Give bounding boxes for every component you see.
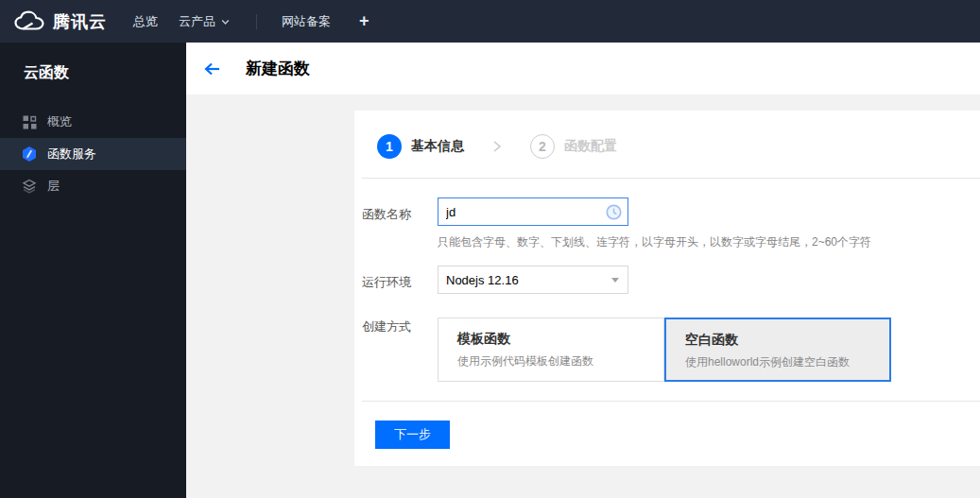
- sidebar-item-function-service[interactable]: 函数服务: [0, 138, 186, 170]
- grid-overview-icon: [21, 113, 38, 130]
- runtime-selected-value: Nodejs 12.16: [446, 273, 519, 287]
- function-hexagon-icon: [21, 146, 38, 163]
- sidebar-item-layers[interactable]: 层: [0, 170, 186, 202]
- method-card-title: 空白函数: [685, 332, 889, 349]
- runtime-label: 运行环境: [362, 274, 411, 291]
- step-indicator: 1 基本信息 2 函数配置: [377, 134, 617, 159]
- create-function-card: 1 基本信息 2 函数配置 函数名称 只能包含字母、数字、下划线、连字符，以字母…: [354, 111, 980, 466]
- page-title: 新建函数: [246, 58, 310, 79]
- steps-divider: [362, 178, 980, 179]
- step-2-label: 函数配置: [564, 138, 617, 155]
- page-header: 新建函数: [186, 43, 980, 94]
- top-nav: 总览 云产品 网站备案 +: [133, 11, 370, 31]
- topbar-divider: [256, 14, 257, 29]
- chevron-down-icon: [221, 19, 230, 26]
- footer-divider: [362, 401, 980, 402]
- sidebar-item-label: 层: [47, 178, 60, 195]
- nav-overview[interactable]: 总览: [133, 13, 158, 30]
- back-arrow-icon: [203, 61, 221, 77]
- add-tab-button[interactable]: +: [359, 11, 370, 31]
- dropdown-caret-icon: [611, 278, 619, 283]
- step-chevron-icon: [492, 140, 502, 153]
- content-area: 1 基本信息 2 函数配置 函数名称 只能包含字母、数字、下划线、连字符，以字母…: [186, 94, 980, 498]
- sidebar-title: 云函数: [0, 43, 186, 106]
- method-card-template-function[interactable]: 模板函数 使用示例代码模板创建函数: [438, 318, 664, 382]
- runtime-select[interactable]: Nodejs 12.16: [438, 266, 628, 294]
- sidebar-item-overview[interactable]: 概览: [0, 106, 186, 138]
- brand-name: 腾讯云: [53, 10, 107, 33]
- method-card-description: 使用helloworld示例创建空白函数: [685, 354, 889, 370]
- sidebar-item-label: 函数服务: [47, 146, 96, 163]
- method-card-title: 模板函数: [457, 331, 663, 348]
- topbar: 腾讯云 总览 云产品 网站备案 +: [0, 0, 980, 43]
- function-name-input[interactable]: [438, 205, 606, 219]
- creation-method-label: 创建方式: [362, 318, 411, 335]
- step-1-label: 基本信息: [411, 138, 464, 155]
- function-name-hint: 只能包含字母、数字、下划线、连字符，以字母开头，以数字或字母结尾，2~60个字符: [438, 234, 871, 250]
- step-1-circle: 1: [377, 134, 402, 159]
- nav-cloud-products-label: 云产品: [179, 13, 215, 30]
- clock-pending-icon: [606, 204, 622, 220]
- nav-website-icp[interactable]: 网站备案: [282, 13, 331, 30]
- step-2-circle: 2: [530, 134, 555, 159]
- function-name-field: [438, 197, 628, 226]
- method-card-description: 使用示例代码模板创建函数: [457, 353, 663, 369]
- next-step-button[interactable]: 下一步: [375, 421, 450, 449]
- nav-cloud-products[interactable]: 云产品: [179, 13, 230, 30]
- sidebar: 云函数 概览 函数服务 层: [0, 43, 186, 498]
- tencent-cloud-logo-icon: [13, 10, 45, 32]
- back-button[interactable]: [203, 61, 221, 77]
- layers-icon: [21, 178, 38, 195]
- method-card-blank-function[interactable]: 空白函数 使用helloworld示例创建空白函数: [664, 318, 891, 382]
- brand[interactable]: 腾讯云: [13, 10, 107, 33]
- function-name-label: 函数名称: [362, 206, 411, 223]
- sidebar-item-label: 概览: [47, 113, 72, 130]
